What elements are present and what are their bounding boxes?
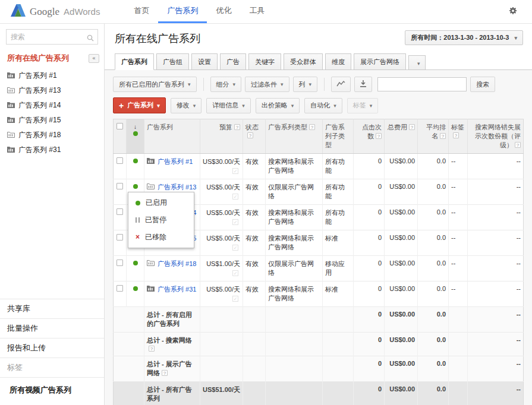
sidebar-item-video-campaigns[interactable]: 所有视频广告系列 (0, 377, 104, 405)
column-header[interactable]: 平均排名 (418, 119, 449, 154)
tab-受众群体[interactable]: 受众群体 (284, 53, 323, 70)
column-header[interactable]: 标签 (449, 119, 468, 154)
top-nav-item[interactable]: 首页 (125, 0, 158, 23)
new-campaign-button[interactable]: + 广告系列 (113, 97, 166, 113)
status-dot[interactable] (133, 286, 138, 291)
collapse-sidebar-button[interactable]: « (89, 54, 99, 63)
automate-button[interactable]: 自动化 (304, 98, 342, 113)
edit-budget-icon[interactable] (232, 270, 238, 276)
sidebar-campaign-item[interactable]: 广告系列 #13 (7, 83, 104, 98)
tab-维度[interactable]: 维度 (325, 53, 351, 70)
status-dot[interactable] (133, 159, 138, 163)
column-header[interactable]: 点击次数 (354, 119, 385, 154)
column-header[interactable]: 广告系列子类型 (323, 119, 354, 154)
status-dot[interactable] (133, 261, 138, 265)
table-search-input[interactable] (377, 77, 467, 91)
edit-budget-icon[interactable] (232, 245, 238, 251)
chart-button[interactable] (331, 77, 351, 92)
columns-button[interactable]: 列 (293, 77, 318, 92)
help-icon[interactable] (234, 124, 240, 130)
help-icon[interactable] (309, 124, 315, 130)
column-header[interactable]: 预算 (200, 119, 243, 154)
sidebar-campaign-item[interactable]: 广告系列 #31 (7, 143, 104, 157)
sidebar-campaign-label: 广告系列 #15 (18, 115, 61, 125)
edit-budget-icon[interactable] (232, 219, 238, 225)
tab-展示广告网络[interactable]: 展示广告网络 (354, 53, 406, 70)
row-checkbox[interactable] (117, 183, 123, 189)
sidebar-item[interactable]: 共享库 (0, 299, 104, 318)
budget-value[interactable]: US$5.00/天 (206, 208, 240, 217)
budget-value[interactable]: US$5.00/天 (206, 234, 240, 243)
adwords-logo[interactable]: Google AdWords (0, 0, 100, 23)
help-icon[interactable] (376, 133, 382, 139)
edit-budget-icon[interactable] (232, 296, 238, 302)
column-header[interactable]: 状态 (243, 119, 266, 154)
budget-value[interactable]: US$5.00/天 (206, 285, 240, 294)
bid-strategy-button[interactable]: 出价策略 (256, 98, 300, 113)
type-cell: 搜索网络和展示广告网络 (266, 154, 323, 179)
help-icon[interactable] (247, 132, 253, 138)
row-checkbox[interactable] (117, 260, 123, 266)
filter-button[interactable]: 过滤条件 (245, 77, 289, 92)
sidebar-campaign-item[interactable]: 广告系列 #14 (7, 98, 104, 113)
sidebar-item[interactable]: 批量操作 (0, 318, 104, 338)
more-tabs-button[interactable] (408, 55, 426, 70)
column-header[interactable]: 广告系列类型 (266, 119, 323, 154)
edit-budget-icon[interactable] (232, 194, 238, 200)
budget-value[interactable]: US$5.00/天 (206, 183, 240, 192)
segment-button[interactable]: 细分 (210, 77, 242, 92)
sidebar-campaign-item[interactable]: 广告系列 #15 (7, 113, 104, 128)
sidebar-campaign-item[interactable]: 广告系列 #1 (7, 68, 104, 83)
top-nav-item[interactable]: 广告系列 (158, 0, 207, 23)
help-icon[interactable] (409, 124, 415, 130)
help-icon[interactable] (149, 346, 155, 352)
help-icon[interactable] (515, 142, 521, 148)
sort-descending-icon[interactable] (134, 123, 137, 130)
details-button[interactable]: 详细信息 (206, 98, 251, 113)
tab-广告[interactable]: 广告 (220, 53, 246, 70)
table-search-button[interactable]: 搜索 (470, 77, 495, 92)
row-checkbox[interactable] (117, 157, 123, 164)
help-icon[interactable] (440, 133, 446, 139)
budget-value[interactable]: US$1.00/天 (206, 260, 240, 268)
settings-menu-button[interactable] (508, 0, 532, 23)
column-header[interactable]: 总费用 (385, 119, 418, 154)
sidebar-campaign-item[interactable]: 广告系列 #18 (7, 128, 104, 143)
download-button[interactable] (354, 77, 372, 92)
campaign-link[interactable]: 广告系列 #1 (158, 157, 193, 166)
folder-solid-icon (7, 72, 15, 80)
sidebar-item[interactable]: 标签 (0, 357, 104, 377)
sidebar-all-campaigns[interactable]: 所有在线广告系列 (7, 53, 69, 64)
date-range-button[interactable]: 所有时间：2013-1-30 - 2013-10-3 (405, 30, 523, 45)
campaign-link[interactable]: 广告系列 #13 (158, 183, 196, 192)
labels-button[interactable]: 标签 (347, 98, 379, 113)
edit-button[interactable]: 修改 (171, 98, 202, 113)
column-header[interactable]: 广告系列 (144, 119, 200, 154)
tab-设置[interactable]: 设置 (191, 53, 218, 70)
column-header[interactable]: 搜索网络错失展示次数份额（评级） (468, 119, 524, 154)
campaign-link[interactable]: 广告系列 #18 (158, 260, 196, 268)
help-icon[interactable] (162, 370, 168, 376)
tab-广告系列[interactable]: 广告系列 (115, 53, 154, 70)
view-filter-button[interactable]: 所有已启用的广告系列 (113, 77, 197, 92)
row-checkbox[interactable] (117, 208, 123, 215)
status-dot[interactable] (133, 184, 138, 189)
help-icon[interactable] (453, 132, 459, 138)
select-all-checkbox[interactable] (117, 123, 123, 129)
row-checkbox[interactable] (117, 285, 123, 292)
sidebar-item[interactable]: 报告和上传 (0, 338, 104, 357)
status-filter-dot-icon[interactable] (133, 131, 138, 136)
top-nav-item[interactable]: 优化 (207, 0, 240, 23)
sidebar-search-input[interactable] (6, 29, 98, 45)
top-nav-item[interactable]: 工具 (240, 0, 273, 23)
campaign-link[interactable]: 广告系列 #31 (158, 285, 196, 294)
labels-cell: -- (449, 256, 468, 281)
tab-关键字[interactable]: 关键字 (248, 53, 281, 70)
status-option-paused[interactable]: 已暂停 (128, 211, 194, 229)
budget-value[interactable]: US$30.00/天 (203, 157, 240, 166)
status-option-enabled[interactable]: 已启用 (128, 194, 194, 211)
edit-budget-icon[interactable] (232, 168, 238, 174)
tab-广告组[interactable]: 广告组 (156, 53, 189, 70)
row-checkbox[interactable] (117, 234, 123, 241)
status-option-removed[interactable]: 已移除 (128, 229, 194, 246)
